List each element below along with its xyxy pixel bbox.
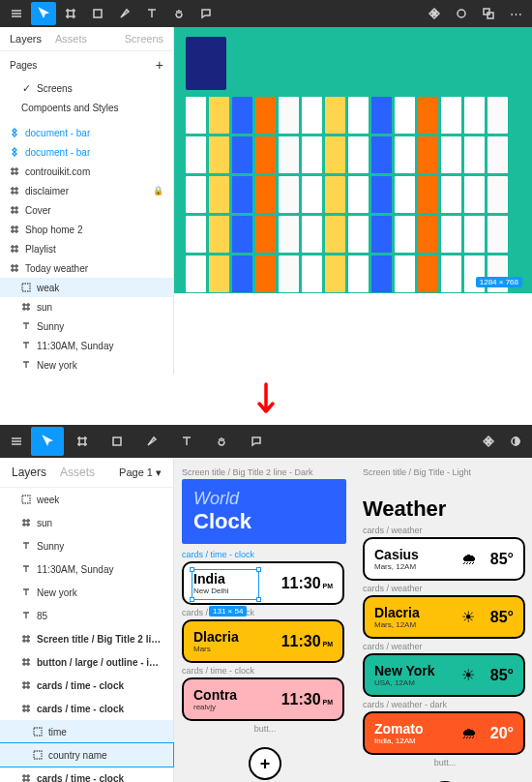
assets-tab[interactable]: Assets: [60, 466, 95, 479]
artboard-thumbnail[interactable]: [325, 176, 345, 213]
lock-icon[interactable]: 🔒: [153, 186, 163, 196]
layer-row[interactable]: 11:30AM, Sunday: [0, 336, 173, 355]
component-icon[interactable]: [422, 2, 447, 25]
artboard-thumbnail[interactable]: [418, 97, 438, 134]
frame-tool[interactable]: [58, 2, 83, 25]
artboard-thumbnail[interactable]: [209, 136, 229, 173]
artboard-thumbnail[interactable]: [395, 136, 415, 173]
layer-row[interactable]: New york: [0, 581, 173, 604]
artboard-thumbnail[interactable]: [232, 216, 252, 253]
artboard-thumbnail[interactable]: [488, 176, 508, 213]
text-tool[interactable]: [139, 2, 164, 25]
artboard-thumbnail[interactable]: [302, 97, 322, 134]
frame-label[interactable]: Screen title / Big Title 2 line - Dark: [182, 467, 348, 477]
layer-row[interactable]: sun: [0, 297, 173, 316]
frame-label[interactable]: cards / weather: [363, 526, 527, 535]
layer-row[interactable]: 85: [0, 604, 173, 627]
artboard-thumbnail[interactable]: [325, 136, 345, 173]
artboard-thumbnail[interactable]: [441, 136, 461, 173]
shape-tool[interactable]: [101, 430, 133, 453]
assets-tab[interactable]: Assets: [55, 33, 87, 45]
layer-row[interactable]: sun: [0, 511, 173, 534]
artboard-thumbnail[interactable]: [464, 136, 485, 173]
artboard-thumbnail[interactable]: [186, 176, 206, 213]
page-dropdown[interactable]: Page 1 ▾: [119, 466, 162, 479]
artboard-thumbnail[interactable]: [209, 97, 229, 134]
artboard-thumbnail[interactable]: [186, 216, 206, 253]
layer-row[interactable]: weak: [0, 278, 173, 297]
artboard-thumbnail[interactable]: [255, 216, 276, 253]
artboard-thumbnail[interactable]: [279, 176, 299, 213]
artboard-thumbnail[interactable]: [186, 97, 206, 134]
frame-tool[interactable]: [66, 430, 99, 453]
layer-row[interactable]: disclaimer🔒: [0, 181, 173, 200]
layer-row[interactable]: Today weather: [0, 258, 173, 278]
artboard-thumbnail[interactable]: [186, 136, 206, 173]
artboard-thumbnail[interactable]: [279, 216, 299, 253]
layer-row[interactable]: Cover: [0, 200, 173, 220]
hand-tool[interactable]: [166, 2, 192, 25]
artboard-thumbnail[interactable]: [395, 176, 415, 213]
layer-row[interactable]: cards / time - clock: [0, 674, 173, 697]
layer-row[interactable]: Sunny: [0, 534, 173, 557]
move-tool[interactable]: [31, 427, 64, 456]
time-card[interactable]: 131 × 54IndiaNew Delhi11:30 PM: [182, 561, 344, 605]
artboard-thumbnail[interactable]: [348, 216, 369, 253]
share-icon[interactable]: ⋯: [503, 2, 528, 25]
layer-row[interactable]: week: [0, 488, 173, 511]
layers-tab[interactable]: Layers: [12, 466, 46, 479]
artboard-thumbnail[interactable]: [488, 97, 508, 134]
layer-row[interactable]: button / large / outline - icon-only: [0, 650, 173, 674]
frame-label[interactable]: cards / weather - dark: [363, 700, 527, 709]
artboard-thumbnail[interactable]: [255, 97, 276, 134]
add-page-icon[interactable]: +: [156, 57, 163, 73]
component-icon[interactable]: [476, 430, 501, 453]
layer-row[interactable]: country name: [0, 743, 173, 767]
artboard-thumbnail[interactable]: [232, 256, 252, 292]
frame-label-selected[interactable]: cards / time - clock: [182, 550, 348, 559]
artboard-thumbnail[interactable]: [395, 216, 415, 253]
layer-row[interactable]: time: [0, 720, 173, 743]
artboard-thumbnail[interactable]: [371, 176, 392, 213]
layer-row[interactable]: cards / time - clock: [0, 697, 173, 720]
artboard-thumbnail[interactable]: [418, 256, 438, 292]
artboard-thumbnail[interactable]: [209, 216, 229, 253]
artboard-thumbnail[interactable]: [395, 97, 415, 134]
artboard-thumbnail[interactable]: [325, 97, 345, 134]
weather-card[interactable]: New YorkUSA, 12AM☀85°: [363, 653, 525, 697]
add-button[interactable]: +: [249, 747, 281, 780]
artboard-thumbnail[interactable]: [418, 136, 438, 173]
weather-card[interactable]: DlacriaMars, 12AM☀85°: [363, 595, 525, 639]
artboard-thumbnail[interactable]: [325, 216, 345, 253]
artboard-thumbnail[interactable]: [279, 136, 299, 173]
artboard-thumbnail[interactable]: [371, 216, 392, 253]
artboard-thumbnail[interactable]: [302, 256, 322, 292]
boolean-icon[interactable]: [476, 2, 501, 25]
move-tool[interactable]: [31, 2, 56, 25]
layer-row[interactable]: Playlist: [0, 239, 173, 258]
frame-label[interactable]: cards / weather: [363, 642, 527, 651]
artboard-thumbnail[interactable]: [441, 97, 461, 134]
artboard-thumbnail[interactable]: [255, 176, 276, 213]
layer-row[interactable]: cards / time - clock: [0, 767, 173, 782]
hero-title-card[interactable]: World Clock: [182, 479, 346, 544]
artboard-thumbnail[interactable]: [464, 97, 485, 134]
selected-frame-thumbnail[interactable]: [186, 37, 226, 90]
artboard-thumbnail[interactable]: [348, 136, 369, 173]
frame-label[interactable]: Screen title / Big Title - Light: [363, 467, 527, 477]
artboard-thumbnail[interactable]: [232, 176, 252, 213]
weather-card[interactable]: ZomatoIndia, 12AM🌧20°: [363, 711, 525, 755]
mask-icon[interactable]: [449, 2, 474, 25]
layer-row[interactable]: New york: [0, 355, 173, 375]
page-item[interactable]: Compoents and Styles: [21, 103, 119, 113]
artboard-thumbnail[interactable]: [441, 216, 461, 253]
pen-tool[interactable]: [112, 2, 137, 25]
layer-row[interactable]: Shop home 2: [0, 220, 173, 239]
artboard-thumbnail[interactable]: [209, 176, 229, 213]
artboard-thumbnail[interactable]: [488, 216, 508, 253]
page-item[interactable]: Screens: [37, 83, 73, 94]
frame-label[interactable]: cards / weather: [363, 584, 527, 593]
artboard-thumbnail[interactable]: [255, 136, 276, 173]
mask-icon[interactable]: [503, 430, 528, 453]
text-tool[interactable]: [170, 430, 203, 453]
